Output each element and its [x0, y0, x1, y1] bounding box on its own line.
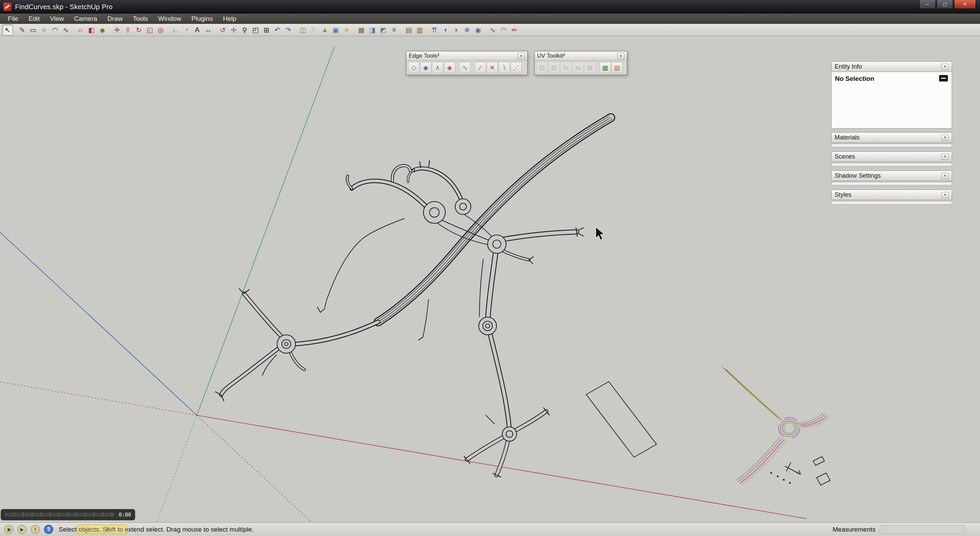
uv-rotate-icon[interactable]: ↻ [560, 62, 571, 73]
panel-title: Styles [835, 191, 851, 198]
panel-header-shadow-settings[interactable]: Shadow Settings✕ [831, 170, 952, 181]
offset-icon[interactable]: ◎ [155, 25, 166, 35]
bezier-spline-icon[interactable]: ∿ [487, 25, 498, 35]
zoom-extents-icon[interactable]: ⊞ [261, 25, 272, 35]
circle-icon[interactable]: ○ [38, 25, 49, 35]
make-component-icon[interactable]: ◆ [97, 25, 108, 35]
minimize-button[interactable]: ─ [919, 0, 935, 9]
measurements-input[interactable] [880, 525, 965, 534]
eraser-icon[interactable]: ▱ [75, 25, 86, 35]
edge-make-curve-icon[interactable]: ∿ [459, 62, 471, 73]
previous-view-icon[interactable]: ↶ [272, 25, 283, 35]
round-corner-icon[interactable]: ◖ [440, 25, 451, 35]
menu-draw[interactable]: Draw [102, 14, 127, 24]
paint-bucket-icon[interactable]: ◧ [86, 25, 97, 35]
materials-browser-icon[interactable]: ◨ [367, 25, 378, 35]
panel-title: Shadow Settings [835, 172, 881, 179]
menu-window[interactable]: Window [153, 14, 187, 24]
layers-manager-icon[interactable]: ≡ [389, 25, 399, 35]
panel-header-scenes[interactable]: Scenes✕ [831, 151, 952, 162]
close-icon[interactable]: ✕ [942, 173, 948, 179]
libfredo-shelf-icon[interactable]: ▤ [403, 25, 414, 35]
curve-maker-icon[interactable]: ◠ [498, 25, 509, 35]
video-progress-track[interactable] [5, 512, 115, 517]
collapsed-tray-strip[interactable] [831, 144, 952, 147]
zoom-icon[interactable]: ⚲ [239, 25, 250, 35]
panel-header-entity-info[interactable]: Entity Info✕ [831, 61, 952, 72]
rectangle-icon[interactable]: ▭ [28, 25, 38, 35]
styles-browser-icon[interactable]: ◩ [378, 25, 389, 35]
photo-texture-icon[interactable]: ▣ [330, 25, 341, 35]
uv-copy-icon[interactable]: ⊡ [536, 62, 548, 73]
edge-inspect-icon[interactable]: ◈ [444, 62, 455, 73]
orbit-icon[interactable]: ↺ [217, 25, 228, 35]
add-location-icon[interactable]: ⚐ [309, 25, 320, 35]
menu-tools[interactable]: Tools [127, 14, 153, 24]
close-icon[interactable]: ✕ [942, 135, 948, 141]
section-plane-icon[interactable]: ◫ [298, 25, 309, 35]
line-icon[interactable]: ✎ [17, 25, 28, 35]
collapsed-tray-strip[interactable] [831, 163, 952, 167]
menu-help[interactable]: Help [218, 14, 241, 24]
push-pull-icon[interactable]: ⇧ [123, 25, 134, 35]
uv-flip-icon[interactable]: ⇋ [572, 62, 584, 73]
uv-map-quads-icon[interactable]: ▦ [600, 62, 611, 73]
menu-plugins[interactable]: Plugins [186, 14, 218, 24]
collapsed-tray-strip[interactable] [831, 201, 952, 205]
menu-edit[interactable]: Edit [24, 14, 45, 24]
components-browser-icon[interactable]: ▩ [356, 25, 367, 35]
edge-close-gaps-icon[interactable]: ◆ [420, 62, 431, 73]
arc-icon[interactable]: ◠ [49, 25, 60, 35]
pan-icon[interactable]: ✢ [228, 25, 239, 35]
edge-tools-titlebar[interactable]: Edge Tools² ✕ [406, 51, 527, 61]
animator-icon[interactable]: ◉ [473, 25, 484, 35]
record-icon[interactable]: ◉ [4, 525, 13, 534]
edge-simplify-icon[interactable]: ⋰ [511, 62, 522, 73]
freehand-icon[interactable]: ∿ [60, 25, 71, 35]
toggle-terrain-icon[interactable]: ▲ [320, 25, 330, 35]
window-controls: ─ ▢ ✕ [919, 0, 976, 9]
select-icon[interactable]: ↖ [2, 25, 13, 35]
close-icon[interactable]: ✕ [518, 53, 525, 59]
uv-paste-icon[interactable]: ⊟ [548, 62, 560, 73]
joint-push-pull-icon[interactable]: ⇈ [429, 25, 440, 35]
details-toggle-icon[interactable] [939, 75, 948, 81]
panel-header-styles[interactable]: Styles✕ [831, 190, 952, 200]
collapsed-tray-strip[interactable] [831, 182, 952, 186]
dimension-icon[interactable]: ↔ [203, 25, 213, 35]
fredo-tools-icon[interactable]: ❄ [462, 25, 473, 35]
rotate-icon[interactable]: ↻ [134, 25, 144, 35]
next-view-icon[interactable]: ↷ [283, 25, 294, 35]
close-icon[interactable]: ✕ [942, 64, 948, 70]
uv-unwrap-icon[interactable]: ▧ [611, 62, 623, 73]
menu-file[interactable]: File [3, 14, 24, 24]
edge-split-icon[interactable]: ✕ [487, 62, 498, 73]
help-icon[interactable]: ? [44, 525, 53, 534]
pause-icon[interactable]: ‖ [31, 525, 40, 534]
uv-project-icon[interactable]: ⊞ [584, 62, 595, 73]
scale-icon[interactable]: ◱ [144, 25, 155, 35]
menu-view[interactable]: View [45, 14, 69, 24]
zoom-window-icon[interactable]: ◰ [250, 25, 261, 35]
move-icon[interactable]: ✛ [111, 25, 123, 35]
text-icon[interactable]: A [192, 25, 203, 35]
edge-extend-icon[interactable]: ∖ [498, 62, 510, 73]
close-icon[interactable]: ✕ [942, 192, 948, 198]
panel-header-materials[interactable]: Materials✕ [831, 132, 952, 143]
close-icon[interactable]: ✕ [942, 154, 948, 160]
edge-gap-detect-icon[interactable]: ∧ [432, 62, 443, 73]
play-icon[interactable]: ▶ [18, 525, 27, 534]
menu-camera[interactable]: Camera [69, 14, 102, 24]
curviloft-icon[interactable]: ◗ [451, 25, 462, 35]
edge-find-gaps-icon[interactable]: ◇ [408, 62, 419, 73]
fredo-shelf-icon[interactable]: ▥ [414, 25, 425, 35]
close-button[interactable]: ✕ [954, 0, 976, 9]
edge-divide-icon[interactable]: ∕ [475, 62, 486, 73]
tape-measure-icon[interactable]: ∟ [170, 25, 181, 35]
protractor-icon[interactable]: ◔ [181, 25, 192, 35]
shadows-icon[interactable]: ☀ [341, 25, 352, 35]
find-curves-icon[interactable]: ✏ [509, 25, 520, 35]
close-icon[interactable]: ✕ [617, 53, 624, 59]
maximize-button[interactable]: ▢ [937, 0, 953, 9]
uv-toolkit-titlebar[interactable]: UV Toolkit² ✕ [535, 51, 627, 61]
